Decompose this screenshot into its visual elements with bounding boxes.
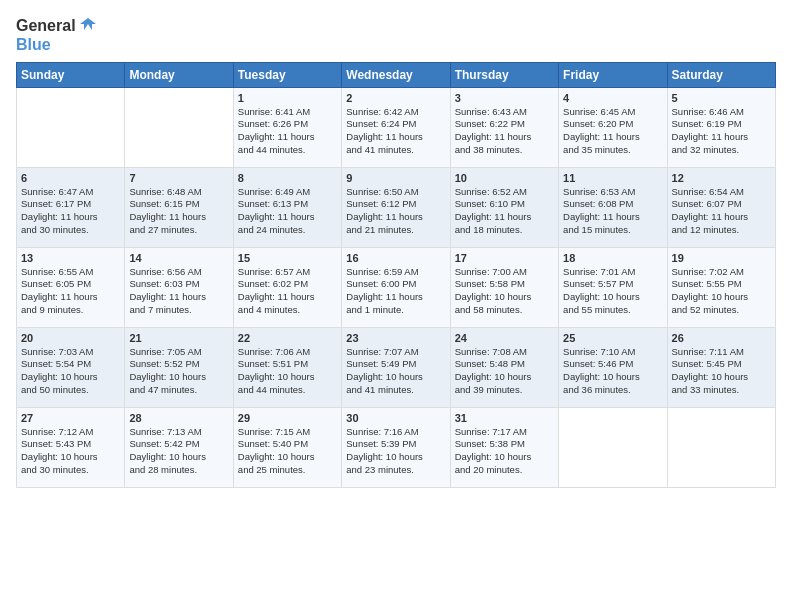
- day-number: 25: [563, 332, 662, 344]
- cell-content: Sunrise: 7:06 AM Sunset: 5:51 PM Dayligh…: [238, 346, 337, 397]
- logo-bird-icon: [78, 16, 98, 36]
- day-number: 1: [238, 92, 337, 104]
- day-number: 15: [238, 252, 337, 264]
- cell-content: Sunrise: 6:47 AM Sunset: 6:17 PM Dayligh…: [21, 186, 120, 237]
- calendar-cell: 23Sunrise: 7:07 AM Sunset: 5:49 PM Dayli…: [342, 327, 450, 407]
- calendar-cell: 8Sunrise: 6:49 AM Sunset: 6:13 PM Daylig…: [233, 167, 341, 247]
- calendar-cell: 4Sunrise: 6:45 AM Sunset: 6:20 PM Daylig…: [559, 87, 667, 167]
- cell-content: Sunrise: 6:54 AM Sunset: 6:07 PM Dayligh…: [672, 186, 771, 237]
- calendar-cell: 17Sunrise: 7:00 AM Sunset: 5:58 PM Dayli…: [450, 247, 558, 327]
- day-header-tuesday: Tuesday: [233, 62, 341, 87]
- calendar-header-row: SundayMondayTuesdayWednesdayThursdayFrid…: [17, 62, 776, 87]
- day-header-thursday: Thursday: [450, 62, 558, 87]
- calendar-cell: 13Sunrise: 6:55 AM Sunset: 6:05 PM Dayli…: [17, 247, 125, 327]
- page-header: General Blue: [16, 16, 776, 54]
- calendar-cell: [559, 407, 667, 487]
- cell-content: Sunrise: 6:50 AM Sunset: 6:12 PM Dayligh…: [346, 186, 445, 237]
- cell-content: Sunrise: 6:56 AM Sunset: 6:03 PM Dayligh…: [129, 266, 228, 317]
- calendar-cell: 14Sunrise: 6:56 AM Sunset: 6:03 PM Dayli…: [125, 247, 233, 327]
- calendar-cell: 26Sunrise: 7:11 AM Sunset: 5:45 PM Dayli…: [667, 327, 775, 407]
- calendar-cell: [17, 87, 125, 167]
- day-number: 8: [238, 172, 337, 184]
- cell-content: Sunrise: 7:02 AM Sunset: 5:55 PM Dayligh…: [672, 266, 771, 317]
- day-number: 24: [455, 332, 554, 344]
- logo: General Blue: [16, 16, 98, 54]
- calendar-cell: 15Sunrise: 6:57 AM Sunset: 6:02 PM Dayli…: [233, 247, 341, 327]
- cell-content: Sunrise: 6:52 AM Sunset: 6:10 PM Dayligh…: [455, 186, 554, 237]
- logo-text: General Blue: [16, 16, 98, 54]
- cell-content: Sunrise: 7:11 AM Sunset: 5:45 PM Dayligh…: [672, 346, 771, 397]
- day-number: 2: [346, 92, 445, 104]
- cell-content: Sunrise: 6:45 AM Sunset: 6:20 PM Dayligh…: [563, 106, 662, 157]
- calendar-cell: 5Sunrise: 6:46 AM Sunset: 6:19 PM Daylig…: [667, 87, 775, 167]
- day-number: 13: [21, 252, 120, 264]
- cell-content: Sunrise: 7:01 AM Sunset: 5:57 PM Dayligh…: [563, 266, 662, 317]
- calendar-cell: 9Sunrise: 6:50 AM Sunset: 6:12 PM Daylig…: [342, 167, 450, 247]
- day-number: 17: [455, 252, 554, 264]
- day-number: 16: [346, 252, 445, 264]
- day-number: 3: [455, 92, 554, 104]
- cell-content: Sunrise: 7:12 AM Sunset: 5:43 PM Dayligh…: [21, 426, 120, 477]
- cell-content: Sunrise: 7:03 AM Sunset: 5:54 PM Dayligh…: [21, 346, 120, 397]
- day-number: 11: [563, 172, 662, 184]
- day-header-monday: Monday: [125, 62, 233, 87]
- day-number: 18: [563, 252, 662, 264]
- calendar-cell: 22Sunrise: 7:06 AM Sunset: 5:51 PM Dayli…: [233, 327, 341, 407]
- day-number: 10: [455, 172, 554, 184]
- cell-content: Sunrise: 6:48 AM Sunset: 6:15 PM Dayligh…: [129, 186, 228, 237]
- calendar-cell: 25Sunrise: 7:10 AM Sunset: 5:46 PM Dayli…: [559, 327, 667, 407]
- day-number: 20: [21, 332, 120, 344]
- calendar-cell: 12Sunrise: 6:54 AM Sunset: 6:07 PM Dayli…: [667, 167, 775, 247]
- calendar-cell: 29Sunrise: 7:15 AM Sunset: 5:40 PM Dayli…: [233, 407, 341, 487]
- calendar-cell: [125, 87, 233, 167]
- calendar-cell: 21Sunrise: 7:05 AM Sunset: 5:52 PM Dayli…: [125, 327, 233, 407]
- calendar-cell: 16Sunrise: 6:59 AM Sunset: 6:00 PM Dayli…: [342, 247, 450, 327]
- calendar-cell: 11Sunrise: 6:53 AM Sunset: 6:08 PM Dayli…: [559, 167, 667, 247]
- calendar-week-4: 20Sunrise: 7:03 AM Sunset: 5:54 PM Dayli…: [17, 327, 776, 407]
- cell-content: Sunrise: 7:05 AM Sunset: 5:52 PM Dayligh…: [129, 346, 228, 397]
- cell-content: Sunrise: 6:49 AM Sunset: 6:13 PM Dayligh…: [238, 186, 337, 237]
- day-number: 28: [129, 412, 228, 424]
- calendar-cell: 18Sunrise: 7:01 AM Sunset: 5:57 PM Dayli…: [559, 247, 667, 327]
- day-number: 26: [672, 332, 771, 344]
- day-header-wednesday: Wednesday: [342, 62, 450, 87]
- calendar-week-5: 27Sunrise: 7:12 AM Sunset: 5:43 PM Dayli…: [17, 407, 776, 487]
- calendar-cell: 10Sunrise: 6:52 AM Sunset: 6:10 PM Dayli…: [450, 167, 558, 247]
- calendar-cell: 3Sunrise: 6:43 AM Sunset: 6:22 PM Daylig…: [450, 87, 558, 167]
- calendar-cell: 2Sunrise: 6:42 AM Sunset: 6:24 PM Daylig…: [342, 87, 450, 167]
- day-number: 7: [129, 172, 228, 184]
- calendar-cell: 30Sunrise: 7:16 AM Sunset: 5:39 PM Dayli…: [342, 407, 450, 487]
- calendar-cell: 7Sunrise: 6:48 AM Sunset: 6:15 PM Daylig…: [125, 167, 233, 247]
- calendar-week-3: 13Sunrise: 6:55 AM Sunset: 6:05 PM Dayli…: [17, 247, 776, 327]
- day-number: 27: [21, 412, 120, 424]
- cell-content: Sunrise: 6:57 AM Sunset: 6:02 PM Dayligh…: [238, 266, 337, 317]
- cell-content: Sunrise: 6:55 AM Sunset: 6:05 PM Dayligh…: [21, 266, 120, 317]
- day-header-saturday: Saturday: [667, 62, 775, 87]
- calendar-cell: 19Sunrise: 7:02 AM Sunset: 5:55 PM Dayli…: [667, 247, 775, 327]
- day-number: 14: [129, 252, 228, 264]
- cell-content: Sunrise: 6:43 AM Sunset: 6:22 PM Dayligh…: [455, 106, 554, 157]
- cell-content: Sunrise: 7:13 AM Sunset: 5:42 PM Dayligh…: [129, 426, 228, 477]
- cell-content: Sunrise: 7:00 AM Sunset: 5:58 PM Dayligh…: [455, 266, 554, 317]
- day-number: 5: [672, 92, 771, 104]
- calendar-cell: [667, 407, 775, 487]
- cell-content: Sunrise: 7:16 AM Sunset: 5:39 PM Dayligh…: [346, 426, 445, 477]
- day-number: 6: [21, 172, 120, 184]
- svg-marker-0: [80, 18, 96, 30]
- cell-content: Sunrise: 6:41 AM Sunset: 6:26 PM Dayligh…: [238, 106, 337, 157]
- cell-content: Sunrise: 6:42 AM Sunset: 6:24 PM Dayligh…: [346, 106, 445, 157]
- calendar-cell: 24Sunrise: 7:08 AM Sunset: 5:48 PM Dayli…: [450, 327, 558, 407]
- day-number: 29: [238, 412, 337, 424]
- cell-content: Sunrise: 6:46 AM Sunset: 6:19 PM Dayligh…: [672, 106, 771, 157]
- cell-content: Sunrise: 7:07 AM Sunset: 5:49 PM Dayligh…: [346, 346, 445, 397]
- day-number: 19: [672, 252, 771, 264]
- day-number: 31: [455, 412, 554, 424]
- day-number: 12: [672, 172, 771, 184]
- calendar-body: 1Sunrise: 6:41 AM Sunset: 6:26 PM Daylig…: [17, 87, 776, 487]
- day-header-friday: Friday: [559, 62, 667, 87]
- day-number: 22: [238, 332, 337, 344]
- cell-content: Sunrise: 7:17 AM Sunset: 5:38 PM Dayligh…: [455, 426, 554, 477]
- day-number: 30: [346, 412, 445, 424]
- day-header-sunday: Sunday: [17, 62, 125, 87]
- cell-content: Sunrise: 7:08 AM Sunset: 5:48 PM Dayligh…: [455, 346, 554, 397]
